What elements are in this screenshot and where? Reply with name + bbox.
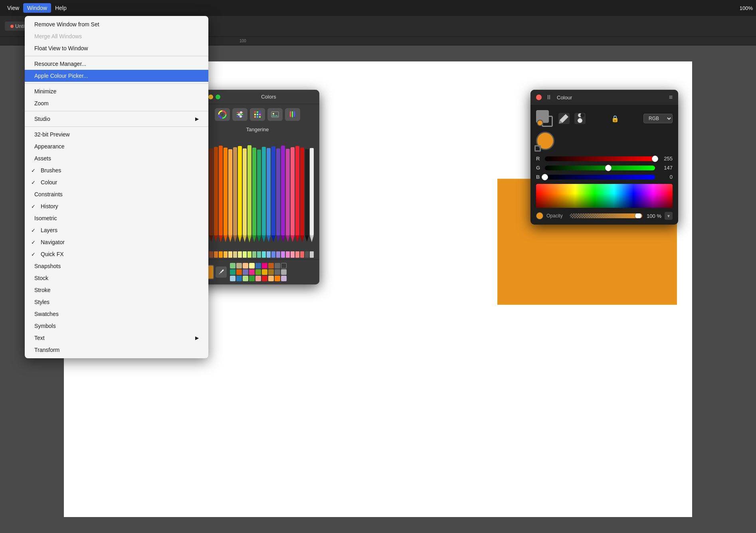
swatch-20[interactable] (243, 276, 248, 281)
sliders-tool[interactable] (232, 108, 247, 121)
pencil-brown[interactable] (209, 148, 213, 235)
pencil2-blue[interactable] (271, 251, 275, 258)
pencil-orange2[interactable] (224, 148, 228, 235)
pencil2-yellow-light[interactable] (243, 251, 247, 258)
pencil2-rose[interactable] (291, 251, 295, 258)
pencil-white[interactable] (310, 148, 314, 235)
colour-panel-more-icon[interactable]: ≡ (669, 94, 673, 101)
swatch-13[interactable] (255, 269, 261, 275)
menu-view[interactable]: View (3, 3, 23, 13)
menu-quick-fx[interactable]: ✓ Quick FX (25, 248, 208, 260)
r-slider-thumb[interactable] (652, 156, 658, 162)
menu-layers[interactable]: ✓ Layers (25, 224, 208, 236)
pencil2-orange-brown[interactable] (209, 251, 213, 258)
menu-resource-manager[interactable]: Resource Manager... (25, 58, 208, 70)
swatch-12[interactable] (249, 269, 255, 275)
pencil2-orange[interactable] (214, 251, 218, 258)
pencil-magenta[interactable] (286, 149, 290, 235)
pencils-tool[interactable] (285, 108, 300, 121)
swatch-18[interactable] (230, 276, 236, 281)
r-slider-track[interactable] (545, 156, 655, 161)
pencil2-red-light[interactable] (295, 251, 299, 258)
colour-panel-close[interactable] (536, 95, 542, 100)
pencil2-tan[interactable] (228, 251, 232, 258)
pencil-dark-red[interactable] (300, 148, 304, 235)
dropper-tool-2[interactable] (574, 112, 586, 125)
menu-studio[interactable]: Studio ▶ (25, 113, 208, 125)
pencil-pink[interactable] (291, 147, 295, 235)
pencil2-sky[interactable] (267, 251, 271, 258)
eyedropper-tool[interactable] (558, 112, 570, 125)
swatch-23[interactable] (262, 276, 267, 281)
pencil-teal-green[interactable] (257, 150, 261, 235)
pause-icon[interactable]: ⏸ (546, 94, 552, 101)
swatch-15[interactable] (268, 269, 274, 275)
menu-window[interactable]: Window (23, 3, 51, 13)
pencil2-orange2[interactable] (219, 251, 223, 258)
menu-text[interactable]: Text ▶ (25, 332, 208, 344)
pencil2-purple[interactable] (281, 251, 285, 258)
menu-isometric[interactable]: Isometric (25, 212, 208, 224)
swatch-6[interactable] (262, 263, 267, 268)
menu-swatches[interactable]: Swatches (25, 308, 208, 320)
pencil-teal[interactable] (262, 147, 266, 235)
pencil-yellow[interactable] (238, 146, 242, 235)
pencil2-green[interactable] (252, 251, 256, 258)
pencil2-yellow-green[interactable] (247, 251, 251, 258)
eyedropper-button[interactable] (216, 266, 227, 278)
swatch-5[interactable] (255, 263, 261, 268)
pencil2-yellow[interactable] (238, 251, 242, 258)
g-slider-thumb[interactable] (605, 165, 612, 171)
swatch-25[interactable] (275, 276, 280, 281)
opacity-dropdown-button[interactable]: ▼ (665, 212, 673, 220)
menu-snapshots[interactable]: Snapshots (25, 260, 208, 272)
pencil2-tan2[interactable] (233, 251, 237, 258)
swatch-2[interactable] (236, 263, 242, 268)
menu-help[interactable]: Help (51, 3, 71, 13)
color-spectrum[interactable] (536, 184, 673, 208)
menu-brushes[interactable]: ✓ Brushes (25, 164, 208, 176)
swatch-9[interactable] (230, 269, 236, 275)
menu-float-view[interactable]: Float View to Window (25, 42, 208, 54)
swatch-14[interactable] (262, 269, 267, 275)
menu-remove-window[interactable]: Remove Window from Set (25, 18, 208, 30)
panel-zoom-button[interactable] (216, 95, 220, 99)
pencil2-peach[interactable] (224, 251, 228, 258)
pencil-orange[interactable] (219, 146, 223, 235)
stroke-indicator[interactable] (534, 145, 541, 152)
fill-stroke-selector[interactable] (536, 110, 553, 127)
pencil2-pink[interactable] (286, 251, 290, 258)
menu-appearance[interactable]: Appearance (25, 140, 208, 152)
pencil-red[interactable] (295, 146, 299, 235)
menu-symbols[interactable]: Symbols (25, 320, 208, 332)
pencil-peach[interactable] (228, 149, 232, 235)
swatch-empty[interactable] (281, 263, 287, 268)
menu-transform[interactable]: Transform (25, 344, 208, 356)
swatch-8[interactable] (275, 263, 280, 268)
menu-styles[interactable]: Styles (25, 296, 208, 308)
menu-minimize[interactable]: Minimize (25, 85, 208, 97)
pencil-green[interactable] (252, 148, 256, 235)
menu-stroke[interactable]: Stroke (25, 284, 208, 296)
menu-32bit-preview[interactable]: 32-bit Preview (25, 128, 208, 140)
lock-icon[interactable]: 🔒 (611, 115, 619, 122)
grid-tool[interactable] (250, 108, 265, 121)
pencil-sky-blue[interactable] (267, 148, 271, 235)
opacity-slider-track[interactable] (570, 213, 642, 218)
color-mode-select[interactable]: RGB HSB LAB CMYK (643, 114, 673, 123)
pencil2-teal[interactable] (257, 251, 261, 258)
pencil-dark-orange[interactable] (214, 147, 218, 235)
pencil-indigo[interactable] (276, 148, 280, 235)
pencil-purple[interactable] (281, 146, 285, 235)
stroke-square[interactable] (542, 116, 553, 127)
pencil-yellow-green[interactable] (247, 145, 251, 235)
color-wheel-tool[interactable] (215, 108, 230, 121)
pencil2-red[interactable] (300, 251, 304, 258)
swatch-11[interactable] (243, 269, 248, 275)
menu-navigator[interactable]: ✓ Navigator (25, 236, 208, 248)
swatch-4[interactable] (249, 263, 255, 268)
pencil2-gray[interactable] (305, 251, 309, 258)
menu-stock[interactable]: Stock (25, 272, 208, 284)
menu-history[interactable]: ✓ History (25, 200, 208, 212)
g-slider-track[interactable] (545, 166, 655, 170)
